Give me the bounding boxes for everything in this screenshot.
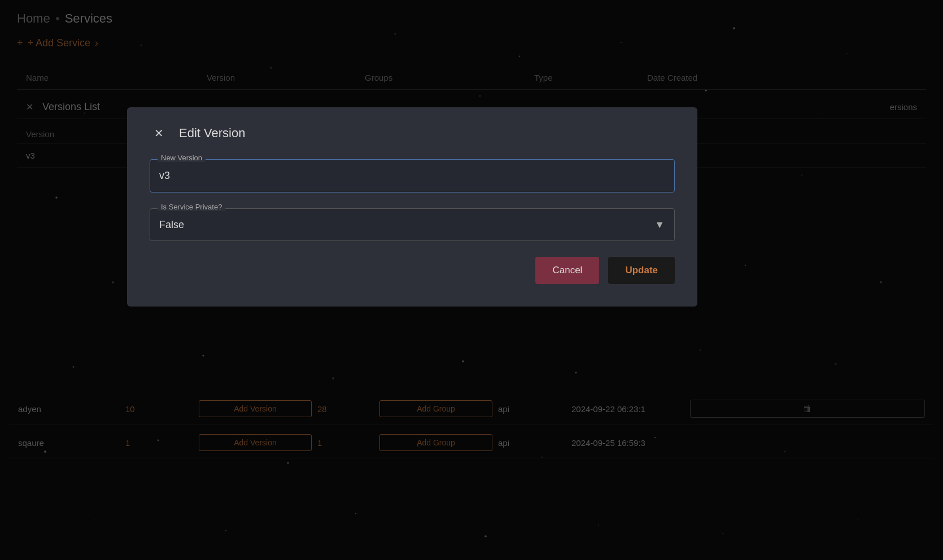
close-icon: ✕ [154,126,164,140]
is-private-select[interactable]: False True [150,208,675,241]
update-button[interactable]: Update [608,257,675,284]
cancel-button[interactable]: Cancel [535,257,599,284]
modal-title: Edit Version [179,126,245,141]
new-version-field-group: New Version [150,159,675,193]
new-version-label: New Version [158,154,206,162]
modal-header: ✕ Edit Version [150,124,675,142]
edit-version-modal: ✕ Edit Version New Version Is Service Pr… [127,107,697,307]
modal-actions: Cancel Update [150,257,675,284]
is-private-select-wrapper: False True ▼ [150,208,675,241]
is-private-label: Is Service Private? [158,203,225,211]
is-private-field-group: Is Service Private? False True ▼ [150,208,675,241]
modal-close-button[interactable]: ✕ [150,124,168,142]
new-version-input[interactable] [150,159,675,193]
